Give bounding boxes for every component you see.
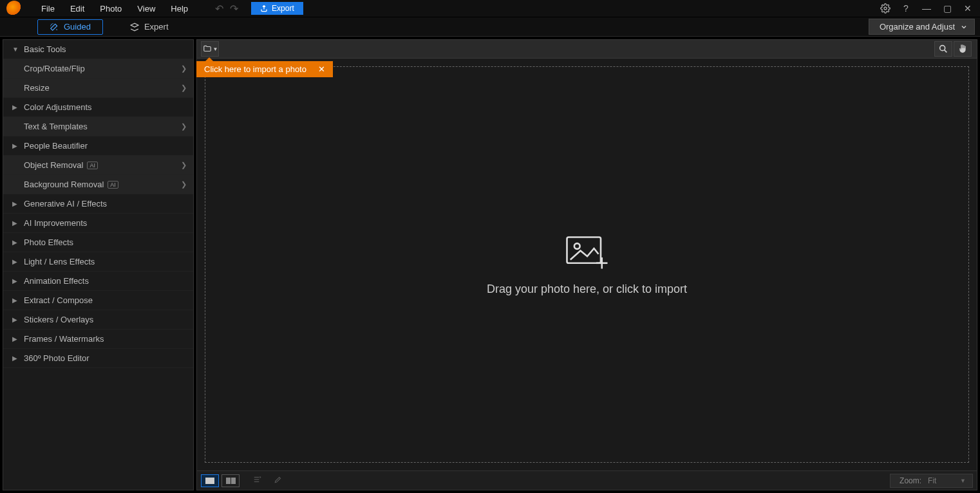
svg-marker-1 [131, 23, 138, 27]
menu-view[interactable]: View [129, 0, 163, 17]
sidebar-object-removal[interactable]: Object RemovalAI❯ [3, 156, 193, 175]
mode-expert-tab[interactable]: Expert [118, 19, 180, 35]
sidebar-animation-effects[interactable]: ▶Animation Effects [3, 272, 193, 291]
titlebar-controls: ? — ▢ ✕ [878, 1, 980, 15]
view-single-button[interactable] [201, 474, 219, 487]
chevron-right-icon: ❯ [181, 161, 187, 169]
svg-point-0 [884, 7, 887, 10]
folder-icon [202, 44, 212, 53]
zoom-control[interactable]: Zoom: Fit ▼ [890, 474, 973, 488]
single-view-icon [205, 478, 214, 484]
caret-right-icon: ▶ [12, 200, 20, 207]
main-area: ▼ Drag your photo here, or click to impo… [196, 39, 977, 490]
tooltip-close-button[interactable]: ✕ [318, 64, 325, 74]
redo-icon[interactable]: ↷ [230, 3, 238, 15]
pen-icon[interactable] [273, 475, 283, 486]
caret-down-icon: ▼ [960, 478, 966, 484]
sidebar-text-templates[interactable]: Text & Templates❯ [3, 117, 193, 136]
hand-icon [957, 44, 968, 54]
menu-edit[interactable]: Edit [62, 0, 92, 17]
zoom-value: Fit [928, 476, 954, 485]
caret-right-icon: ▶ [12, 316, 20, 323]
maximize-button[interactable]: ▢ [940, 1, 954, 15]
wand-icon [50, 23, 59, 32]
sidebar-photo-effects[interactable]: ▶Photo Effects [3, 233, 193, 252]
caret-right-icon: ▶ [12, 335, 20, 342]
zoom-tool-button[interactable] [934, 41, 952, 57]
menu-file[interactable]: File [33, 0, 62, 17]
canvas[interactable]: Drag your photo here, or click to import… [196, 59, 977, 471]
caret-right-icon: ▶ [12, 277, 20, 284]
sidebar-stickers-overlays[interactable]: ▶Stickers / Overlays [3, 310, 193, 330]
tools-sidebar: ▼Basic Tools Crop/Rotate/Flip❯ Resize❯ ▶… [3, 39, 194, 490]
import-tooltip: Click here to import a photo ✕ [196, 61, 333, 77]
ai-badge: AI [108, 181, 118, 189]
drop-zone[interactable]: Drag your photo here, or click to import [205, 66, 969, 463]
menu-bar: File Edit Photo View Help ↶ ↷ Export ? —… [0, 0, 980, 17]
canvas-toolbar: ▼ [196, 39, 977, 59]
settings-icon[interactable] [878, 1, 892, 15]
svg-line-3 [945, 50, 947, 53]
sidebar-extract-compose[interactable]: ▶Extract / Compose [3, 291, 193, 310]
chevron-right-icon: ❯ [181, 84, 187, 92]
svg-point-5 [574, 243, 580, 249]
caret-right-icon: ▶ [12, 219, 20, 227]
caret-down-icon: ▼ [12, 46, 20, 53]
bottom-bar: Zoom: Fit ▼ [196, 471, 977, 490]
organize-label: Organize and Adjust [880, 22, 955, 32]
list-icon[interactable] [252, 475, 263, 486]
export-button[interactable]: Export [251, 2, 303, 15]
drop-text: Drag your photo here, or click to import [487, 283, 687, 296]
caret-right-icon: ▶ [12, 104, 20, 111]
sidebar-people-beautifier[interactable]: ▶People Beautifier [3, 136, 193, 156]
mode-guided-tab[interactable]: Guided [37, 19, 103, 35]
mode-expert-label: Expert [144, 22, 169, 32]
chevron-down-icon [960, 23, 968, 31]
zoom-label: Zoom: [900, 476, 921, 485]
image-placeholder-icon [565, 234, 610, 272]
app-logo-icon [6, 1, 22, 16]
sidebar-background-removal[interactable]: Background RemovalAI❯ [3, 175, 193, 194]
close-button[interactable]: ✕ [961, 1, 975, 15]
layers-icon [130, 23, 139, 32]
caret-right-icon: ▶ [12, 142, 20, 149]
undo-icon[interactable]: ↶ [215, 3, 223, 15]
open-folder-button[interactable]: ▼ [201, 41, 219, 57]
mode-guided-label: Guided [64, 22, 91, 32]
mode-bar: Guided Expert Organize and Adjust [0, 17, 980, 37]
ai-badge: AI [87, 162, 98, 169]
chevron-right-icon: ❯ [181, 122, 187, 131]
view-split-button[interactable] [221, 474, 240, 487]
caret-right-icon: ▶ [12, 297, 20, 304]
magnify-icon [938, 44, 948, 54]
help-icon[interactable]: ? [899, 1, 913, 15]
menu-help[interactable]: Help [163, 0, 196, 17]
pan-tool-button[interactable] [954, 41, 972, 57]
caret-right-icon: ▶ [12, 239, 20, 246]
history-group: ↶ ↷ [215, 3, 238, 15]
export-icon [260, 5, 268, 12]
tooltip-text: Click here to import a photo [204, 64, 306, 74]
caret-right-icon: ▶ [12, 258, 20, 265]
svg-point-2 [940, 46, 945, 51]
caret-right-icon: ▶ [12, 355, 20, 362]
organize-adjust-button[interactable]: Organize and Adjust [869, 19, 975, 35]
sidebar-crop-rotate[interactable]: Crop/Rotate/Flip❯ [3, 59, 193, 79]
menu-photo[interactable]: Photo [92, 0, 129, 17]
sidebar-light-lens[interactable]: ▶Light / Lens Effects [3, 252, 193, 272]
chevron-right-icon: ❯ [181, 64, 187, 73]
sidebar-resize[interactable]: Resize❯ [3, 79, 193, 98]
sidebar-basic-tools[interactable]: ▼Basic Tools [3, 40, 193, 59]
sidebar-ai-improvements[interactable]: ▶AI Improvements [3, 214, 193, 233]
export-label: Export [272, 4, 294, 13]
minimize-button[interactable]: — [919, 1, 934, 15]
split-view-icon [226, 478, 236, 484]
sidebar-color-adjustments[interactable]: ▶Color Adjustments [3, 98, 193, 117]
sidebar-generative-ai[interactable]: ▶Generative AI / Effects [3, 194, 193, 214]
chevron-right-icon: ❯ [181, 180, 187, 189]
sidebar-360-photo-editor[interactable]: ▶360º Photo Editor [3, 349, 193, 368]
caret-down-icon: ▼ [213, 46, 218, 52]
sidebar-frames-watermarks[interactable]: ▶Frames / Watermarks [3, 330, 193, 349]
